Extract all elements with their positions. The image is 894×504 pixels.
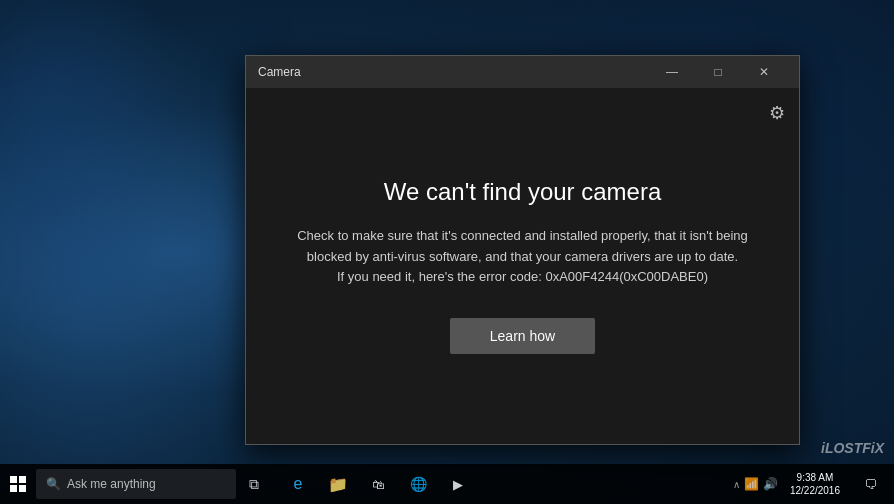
store-icon[interactable]: 🛍 — [360, 466, 396, 502]
window-titlebar: Camera — □ ✕ — [246, 56, 799, 88]
maximize-button[interactable]: □ — [695, 56, 741, 88]
sys-tray-icons: ∧ 📶 🔊 — [733, 477, 778, 491]
volume-icon[interactable]: 🔊 — [763, 477, 778, 491]
edge-icon[interactable]: e — [280, 466, 316, 502]
settings-icon[interactable]: ⚙ — [769, 102, 785, 124]
chevron-icon[interactable]: ∧ — [733, 479, 740, 490]
file-explorer-icon[interactable]: 📁 — [320, 466, 356, 502]
camera-content: ⚙ We can't find your camera Check to mak… — [246, 88, 799, 444]
task-view-icon[interactable]: ⧉ — [236, 466, 272, 502]
taskbar-clock[interactable]: 9:38 AM 12/22/2016 — [782, 471, 848, 497]
start-button[interactable] — [0, 466, 36, 502]
clock-date: 12/22/2016 — [790, 484, 840, 497]
clock-time: 9:38 AM — [797, 471, 834, 484]
camera-window: Camera — □ ✕ ⚙ We can't find your camera… — [245, 55, 800, 445]
search-text: Ask me anything — [67, 477, 156, 491]
learn-how-button[interactable]: Learn how — [450, 318, 595, 354]
watermark: iLOSTFiX — [821, 440, 884, 456]
network-icon[interactable]: 📶 — [744, 477, 759, 491]
notification-icon[interactable]: 🗨 — [852, 466, 888, 502]
window-controls: — □ ✕ — [649, 56, 787, 88]
system-tray: ∧ 📶 🔊 9:38 AM 12/22/2016 🗨 — [733, 466, 894, 502]
window-title: Camera — [258, 65, 649, 79]
media-icon[interactable]: ▶ — [440, 466, 476, 502]
windows-logo-icon — [10, 476, 26, 492]
error-description: Check to make sure that it's connected a… — [293, 226, 753, 288]
taskbar-app-icons: e 📁 🛍 🌐 ▶ — [272, 466, 484, 502]
chrome-icon[interactable]: 🌐 — [400, 466, 436, 502]
error-title: We can't find your camera — [384, 178, 662, 206]
desktop: Camera — □ ✕ ⚙ We can't find your camera… — [0, 0, 894, 504]
minimize-button[interactable]: — — [649, 56, 695, 88]
taskbar-search[interactable]: 🔍 Ask me anything — [36, 469, 236, 499]
close-button[interactable]: ✕ — [741, 56, 787, 88]
search-icon: 🔍 — [46, 477, 61, 491]
taskbar: 🔍 Ask me anything ⧉ e 📁 🛍 🌐 ▶ ∧ 📶 🔊 9:38… — [0, 464, 894, 504]
